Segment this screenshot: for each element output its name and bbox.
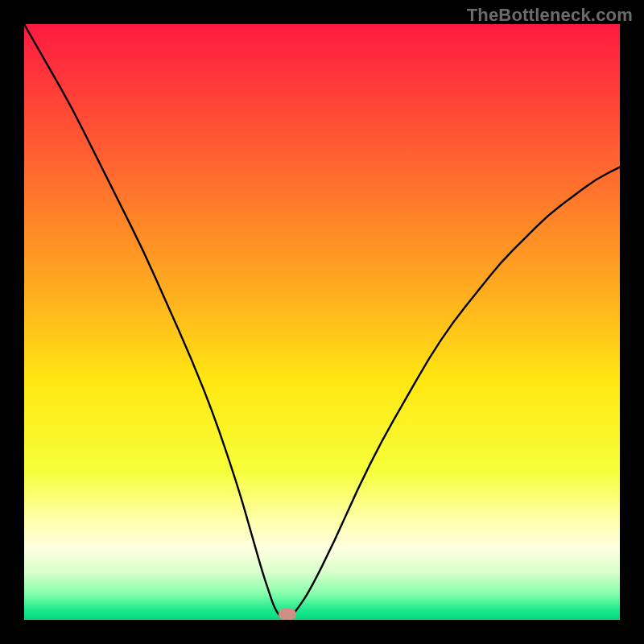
chart-frame: TheBottleneck.com	[0, 0, 644, 644]
watermark-text: TheBottleneck.com	[467, 5, 633, 26]
bottleneck-curve	[24, 24, 620, 617]
optimum-marker	[279, 609, 296, 620]
curve-layer	[24, 24, 620, 620]
plot-area	[24, 24, 620, 620]
